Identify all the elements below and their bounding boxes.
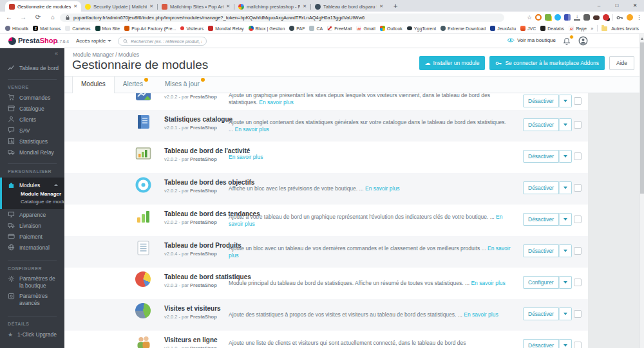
module-action-dropdown[interactable] <box>559 307 572 320</box>
tab-close-icon[interactable]: ✕ <box>149 4 153 9</box>
sidebar-item-apparence[interactable]: Apparence <box>0 209 64 220</box>
key-icon[interactable] <box>616 14 623 21</box>
extension-icon-2[interactable] <box>545 14 551 21</box>
other-favorites[interactable]: Autres favoris <box>611 26 639 31</box>
account-menu-button[interactable] <box>578 36 588 48</box>
module-action-dropdown[interactable] <box>559 181 572 194</box>
module-action-dropdown[interactable] <box>559 339 572 348</box>
page-scrollbar[interactable] <box>639 34 644 348</box>
download-icon[interactable]: ↓ <box>574 14 580 21</box>
sidebar-item-modules[interactable]: Modules <box>2 179 64 190</box>
module-checkbox[interactable] <box>574 184 582 192</box>
sidebar-item-catalogue[interactable]: Catalogue <box>0 103 64 114</box>
sidebar-item-dashboard[interactable]: Tableau de bord <box>0 62 64 73</box>
bookmark-pop-art-factory[interactable]: Pop Art Factory (Pre... <box>124 26 176 31</box>
module-action-button[interactable]: Désactiver <box>523 181 559 194</box>
learn-more-link[interactable]: En savoir plus <box>464 311 498 318</box>
admin-search-input[interactable]: Rechercher (ex. : référence produit, nom <box>118 37 207 46</box>
bookmark-hiboutik[interactable]: Hiboutik <box>5 26 28 31</box>
module-action-dropdown[interactable] <box>559 150 572 163</box>
module-action-button[interactable]: Désactiver <box>523 307 559 320</box>
sidebar-item-clients[interactable]: Clients <box>0 114 64 125</box>
module-checkbox[interactable] <box>574 342 582 348</box>
bookmark-extreme-download[interactable]: Extreme Download <box>440 26 486 31</box>
module-checkbox[interactable] <box>574 152 582 160</box>
module-action-button[interactable]: Désactiver <box>523 150 559 163</box>
sidebar-item-module-manager[interactable]: Module Manager <box>2 190 64 198</box>
addons-connect-button[interactable]: Se connecter à la marketplace Addons <box>489 56 605 70</box>
home-icon[interactable]: ⌂ <box>48 12 58 23</box>
learn-more-link[interactable]: En savoir plus <box>229 154 263 160</box>
bookmark-visiteurs[interactable]: Visiteurs <box>180 26 204 31</box>
bookmark-yggtorrent[interactable]: YggTorrent <box>407 26 436 31</box>
back-icon[interactable]: ← <box>4 12 14 23</box>
browser-tab[interactable]: Security Update | Mailchimp ✕ <box>81 1 157 12</box>
sidebar-collapse-icon[interactable]: « <box>0 48 64 59</box>
sidebar-item-statistiques[interactable]: Statistiques <box>0 136 64 147</box>
bookmark-jvc[interactable]: JVC <box>520 26 536 31</box>
module-action-button[interactable]: Désactiver <box>523 244 559 257</box>
bookmark-mondial-relay[interactable]: Mondial Relay <box>208 26 243 31</box>
bookmark-bbox[interactable]: Bbox | Gestion <box>249 26 285 31</box>
bookmark-star-icon[interactable]: ☆ <box>527 12 532 23</box>
extension-icon-7[interactable] <box>603 14 609 21</box>
tab-modules[interactable]: Modules <box>72 77 115 94</box>
bookmark-cameras[interactable]: Caméras <box>65 26 90 31</box>
tab-mises-a-jour[interactable]: Mises à jour <box>156 77 213 93</box>
sidebar-item-mondial-relay[interactable]: Mondial Relay <box>0 147 64 158</box>
prestashop-logo[interactable]: PrestaShop <box>18 37 57 44</box>
quick-access-menu[interactable]: Accès rapide <box>76 38 111 44</box>
help-button[interactable]: Aide <box>609 56 634 70</box>
module-checkbox[interactable] <box>574 247 582 255</box>
profile-avatar[interactable] <box>627 14 633 21</box>
sidebar-item-upgrade[interactable]: ★ 1-Click Upgrade <box>0 329 64 340</box>
module-action-button[interactable]: Désactiver <box>523 118 559 131</box>
module-checkbox[interactable] <box>574 215 582 223</box>
sidebar-item-livraison[interactable]: Livraison <box>0 220 64 231</box>
extension-icon-1[interactable] <box>535 14 542 21</box>
window-close-button[interactable]: ✕ <box>626 0 644 12</box>
reload-icon[interactable]: ⟳ <box>33 12 43 23</box>
tab-close-icon[interactable]: ✕ <box>379 4 383 9</box>
module-action-button[interactable]: Désactiver <box>523 213 559 226</box>
module-action-dropdown[interactable] <box>559 95 572 107</box>
extension-icon-5[interactable] <box>583 14 590 21</box>
module-action-button[interactable]: Désactiver <box>523 95 559 107</box>
scrollbar-thumb[interactable] <box>640 42 644 194</box>
bookmark-gmail[interactable]: MGmail <box>356 26 375 31</box>
bookmark-freemail[interactable]: FreeMail <box>327 26 352 31</box>
module-checkbox[interactable] <box>574 310 582 318</box>
module-action-button[interactable]: Configurer <box>523 276 559 289</box>
learn-more-link[interactable]: En savoir plus <box>259 99 293 105</box>
sidebar-item-parametres-boutique[interactable]: Paramètres de la boutique <box>0 273 64 291</box>
tab-close-icon[interactable]: ✕ <box>73 4 77 9</box>
sidebar-item-catalogue-modules[interactable]: Catalogue de modules <box>2 198 64 206</box>
bookmark-dealabs[interactable]: Dealabs <box>540 26 564 31</box>
module-action-dropdown[interactable] <box>559 276 572 289</box>
bookmark-ca[interactable]: CA <box>309 26 323 31</box>
learn-more-link[interactable]: En savoir plus <box>234 126 269 133</box>
extension-icon-4[interactable] <box>564 14 571 21</box>
address-bar[interactable]: popartfactory.fr/admin670jeu8f6/index.ph… <box>60 14 504 22</box>
sidebar-item-paiement[interactable]: Paiement <box>0 231 64 242</box>
notifications-button[interactable] <box>563 37 572 46</box>
learn-more-link[interactable]: En savoir plus <box>471 280 505 286</box>
install-module-button[interactable]: ☁ Installer un module <box>419 56 486 70</box>
learn-more-link[interactable]: En savoir plus <box>365 185 399 192</box>
sidebar-item-sav[interactable]: SAV <box>0 125 64 136</box>
bookmark-paf[interactable]: PAF <box>289 26 305 31</box>
bookmark-mail-ionos[interactable]: 1Mail Ionos <box>33 26 61 31</box>
browser-tab-active[interactable]: Gestionnaire de modules • Pop A ✕ <box>5 1 81 12</box>
bookmarks-overflow-icon[interactable]: » <box>591 26 593 31</box>
view-shop-link[interactable]: Voir ma boutique <box>507 37 556 43</box>
module-action-button[interactable]: Désactiver <box>523 339 559 348</box>
forward-icon[interactable]: → <box>18 12 28 23</box>
extension-icon-3[interactable] <box>554 14 561 21</box>
browser-tab[interactable]: Mailchimp Sites • Pop Art Factory ✕ <box>158 1 234 12</box>
window-maximize-button[interactable]: □ <box>608 0 626 12</box>
window-minimize-button[interactable]: – <box>590 0 608 12</box>
extension-icon-6[interactable] <box>593 15 600 20</box>
module-action-dropdown[interactable] <box>559 244 572 257</box>
module-action-dropdown[interactable] <box>559 118 572 131</box>
sidebar-item-parametres-avances[interactable]: Paramètres avancés <box>0 291 64 308</box>
